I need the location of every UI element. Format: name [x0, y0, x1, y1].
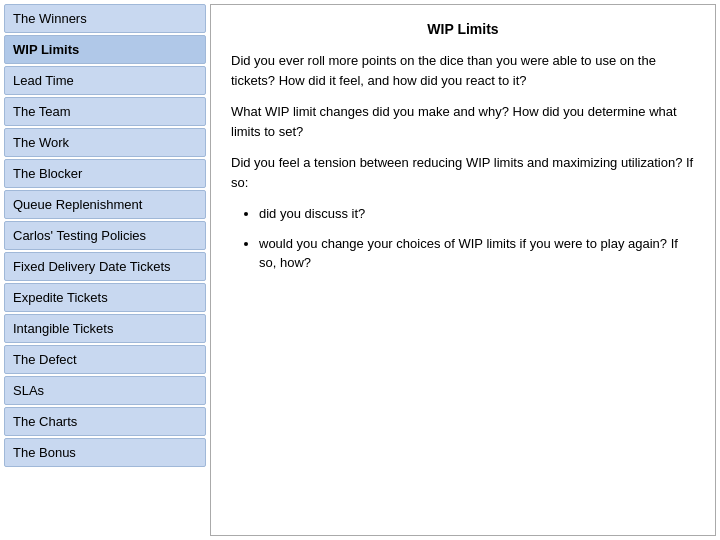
content-paragraph-0: Did you ever roll more points on the dic…	[231, 51, 695, 90]
sidebar-item-expedite-tickets[interactable]: Expedite Tickets	[4, 283, 206, 312]
main-content: WIP Limits Did you ever roll more points…	[210, 4, 716, 536]
sidebar-item-intangible-tickets[interactable]: Intangible Tickets	[4, 314, 206, 343]
sidebar-item-the-team[interactable]: The Team	[4, 97, 206, 126]
list-item-1: would you change your choices of WIP lim…	[259, 234, 695, 273]
sidebar-item-the-work[interactable]: The Work	[4, 128, 206, 157]
sidebar-item-slas[interactable]: SLAs	[4, 376, 206, 405]
sidebar-item-carlos-testing-policies[interactable]: Carlos' Testing Policies	[4, 221, 206, 250]
sidebar-item-fixed-delivery-date-tickets[interactable]: Fixed Delivery Date Tickets	[4, 252, 206, 281]
content-paragraph-1: What WIP limit changes did you make and …	[231, 102, 695, 141]
sidebar-item-the-charts[interactable]: The Charts	[4, 407, 206, 436]
content-paragraph-2: Did you feel a tension between reducing …	[231, 153, 695, 192]
sidebar-item-wip-limits[interactable]: WIP Limits	[4, 35, 206, 64]
sidebar-item-the-blocker[interactable]: The Blocker	[4, 159, 206, 188]
sidebar-item-the-winners[interactable]: The Winners	[4, 4, 206, 33]
list-item-0: did you discuss it?	[259, 204, 695, 224]
sidebar-item-the-defect[interactable]: The Defect	[4, 345, 206, 374]
sidebar-item-the-bonus[interactable]: The Bonus	[4, 438, 206, 467]
content-title: WIP Limits	[231, 21, 695, 37]
sidebar: The WinnersWIP LimitsLead TimeThe TeamTh…	[0, 0, 210, 540]
sidebar-item-queue-replenishment[interactable]: Queue Replenishment	[4, 190, 206, 219]
sidebar-item-lead-time[interactable]: Lead Time	[4, 66, 206, 95]
